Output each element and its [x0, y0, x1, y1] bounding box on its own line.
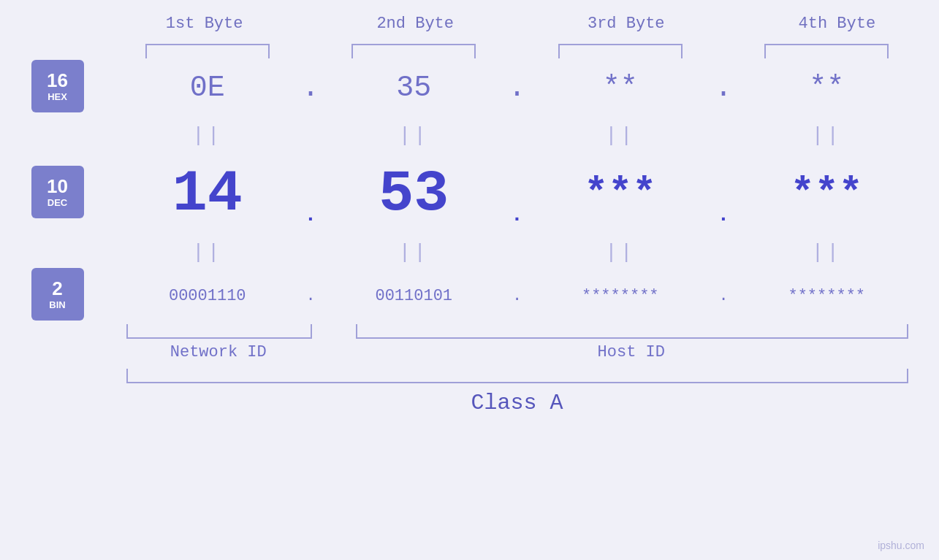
dot-sep-2: . [495, 72, 539, 104]
bin-dot-3: . [702, 287, 745, 305]
header-byte1: 1st Byte [132, 15, 278, 33]
header-byte4: 4th Byte [764, 15, 910, 33]
dot-sep-3: . [702, 72, 745, 104]
bin-dot-2: . [495, 287, 539, 305]
equals-1: || [126, 124, 289, 147]
hex-badge-label: HEX [47, 91, 67, 102]
hex-value-2: 35 [332, 72, 495, 104]
bottom-bracket-host [356, 324, 908, 339]
dec-value-2: 53 [332, 161, 495, 227]
top-bracket-byte1 [145, 44, 270, 58]
dot-sep-1: . [289, 72, 332, 104]
bin-dot-1: . [289, 287, 332, 305]
top-bracket-byte2 [351, 44, 476, 58]
class-label: Class A [471, 391, 563, 415]
equals-6: || [332, 241, 495, 264]
bottom-bracket-network [126, 324, 313, 339]
bin-value-4: ******** [745, 287, 908, 305]
bin-value-1: 00001110 [126, 287, 289, 305]
equals-4: || [745, 124, 908, 147]
bin-badge-num: 2 [52, 278, 62, 299]
header-byte3: 3rd Byte [553, 15, 699, 33]
bin-badge-label: BIN [49, 299, 65, 310]
hex-value-3: ** [539, 72, 702, 104]
equals-3: || [539, 124, 702, 147]
dec-badge-num: 10 [47, 176, 68, 197]
equals-2: || [332, 124, 495, 147]
equals-7: || [539, 241, 702, 264]
hex-value-4: ** [745, 72, 908, 104]
outer-bracket [126, 369, 908, 383]
top-bracket-byte3 [558, 44, 683, 58]
hex-value-1: 0E [126, 72, 289, 104]
top-bracket-byte4 [764, 44, 889, 58]
bin-value-3: ******** [539, 287, 702, 305]
equals-8: || [745, 241, 908, 264]
dec-value-4: *** [745, 171, 908, 217]
dec-badge: 10 DEC [31, 166, 84, 218]
host-id-label: Host ID [354, 343, 908, 361]
bin-value-2: 00110101 [332, 287, 495, 305]
dec-badge-label: DEC [47, 197, 67, 208]
dec-value-1: 14 [126, 161, 289, 227]
hex-badge: 16 HEX [31, 60, 84, 112]
watermark: ipshu.com [878, 540, 924, 551]
equals-5: || [126, 241, 289, 264]
header-byte2: 2nd Byte [342, 15, 488, 33]
network-id-label: Network ID [126, 343, 311, 361]
dec-value-3: *** [539, 171, 702, 217]
hex-badge-num: 16 [47, 70, 68, 91]
dec-dot-3: . [702, 153, 745, 234]
bin-badge: 2 BIN [31, 268, 84, 321]
dec-dot-1: . [289, 153, 332, 234]
dec-dot-2: . [495, 153, 539, 234]
